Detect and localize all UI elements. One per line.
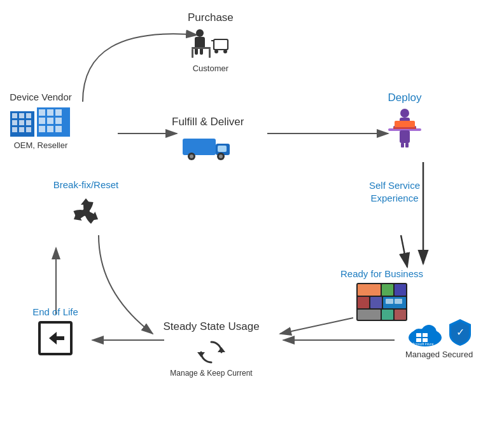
deploy-icon — [382, 108, 428, 147]
svg-rect-59 — [400, 130, 410, 143]
svg-rect-41 — [55, 126, 62, 132]
svg-rect-29 — [12, 127, 17, 132]
svg-rect-69 — [386, 299, 393, 304]
svg-rect-42 — [183, 139, 216, 155]
svg-rect-34 — [47, 109, 53, 116]
svg-point-19 — [214, 50, 218, 53]
purchase-icon — [188, 28, 233, 61]
managed-secured-node: Microsoft Intune ✓ Managed Secured — [382, 318, 496, 359]
svg-rect-78 — [423, 333, 428, 337]
svg-point-20 — [223, 50, 227, 53]
svg-rect-30 — [19, 127, 24, 132]
steady-state-node: Steady State Usage Manage & Keep Current — [148, 318, 275, 378]
svg-rect-36 — [39, 118, 45, 124]
svg-rect-70 — [395, 299, 402, 304]
windows-tiles-icon — [356, 283, 407, 321]
svg-rect-77 — [416, 333, 421, 337]
svg-rect-23 — [12, 113, 17, 118]
svg-rect-58 — [393, 127, 416, 129]
deploy-node: Deploy — [382, 89, 428, 147]
svg-rect-71 — [358, 310, 381, 320]
svg-rect-63 — [358, 284, 381, 296]
svg-rect-17 — [214, 39, 228, 50]
svg-rect-86 — [55, 336, 64, 340]
svg-rect-15 — [192, 49, 193, 58]
svg-point-48 — [219, 154, 223, 158]
svg-text:Microsoft Intune: Microsoft Intune — [411, 342, 434, 346]
svg-rect-40 — [47, 126, 53, 132]
break-fix-node: Break-fix/Reset — [35, 177, 137, 231]
purchase-node: Purchase — [188, 9, 234, 73]
svg-rect-25 — [26, 113, 31, 118]
svg-point-52 — [400, 109, 409, 118]
svg-rect-60 — [401, 143, 404, 147]
svg-line-5 — [401, 235, 407, 267]
svg-rect-24 — [19, 113, 24, 118]
svg-point-10 — [196, 29, 204, 37]
self-service-node: Self ServiceExperience — [344, 177, 445, 204]
svg-rect-44 — [218, 146, 227, 152]
svg-rect-14 — [192, 47, 211, 49]
svg-rect-61 — [405, 143, 409, 147]
svg-rect-31 — [26, 127, 31, 132]
exit-arrow-icon — [44, 327, 67, 350]
svg-rect-35 — [55, 109, 62, 116]
svg-point-76 — [421, 325, 437, 340]
fulfill-node: Fulfill & Deliver — [172, 113, 244, 161]
svg-rect-28 — [26, 120, 31, 125]
svg-text:✓: ✓ — [456, 327, 465, 338]
svg-rect-26 — [12, 120, 17, 125]
svg-rect-37 — [47, 118, 53, 124]
svg-rect-66 — [358, 297, 369, 308]
lifecycle-diagram: Purchase — [0, 0, 504, 431]
svg-rect-33 — [39, 109, 45, 116]
svg-point-46 — [190, 154, 193, 158]
svg-marker-84 — [197, 352, 205, 357]
recycle-icon — [67, 194, 104, 231]
svg-rect-64 — [382, 284, 393, 296]
svg-rect-67 — [370, 297, 382, 308]
svg-rect-39 — [39, 126, 45, 132]
svg-rect-65 — [395, 284, 406, 296]
device-vendor-node: Device Vendor — [9, 89, 73, 150]
svg-marker-83 — [218, 347, 225, 352]
sync-icon — [197, 338, 225, 366]
svg-rect-16 — [209, 49, 211, 58]
device-vendor-icon — [9, 105, 73, 138]
end-of-life-node: End of Life — [14, 304, 97, 355]
intune-icon: Microsoft Intune — [406, 318, 444, 346]
defender-shield-icon: ✓ — [448, 318, 472, 347]
ready-for-business-node: Ready for Business — [318, 266, 445, 321]
svg-rect-27 — [19, 120, 24, 125]
fulfill-icon — [183, 132, 234, 161]
svg-rect-38 — [55, 118, 62, 124]
exit-icon — [38, 321, 73, 355]
